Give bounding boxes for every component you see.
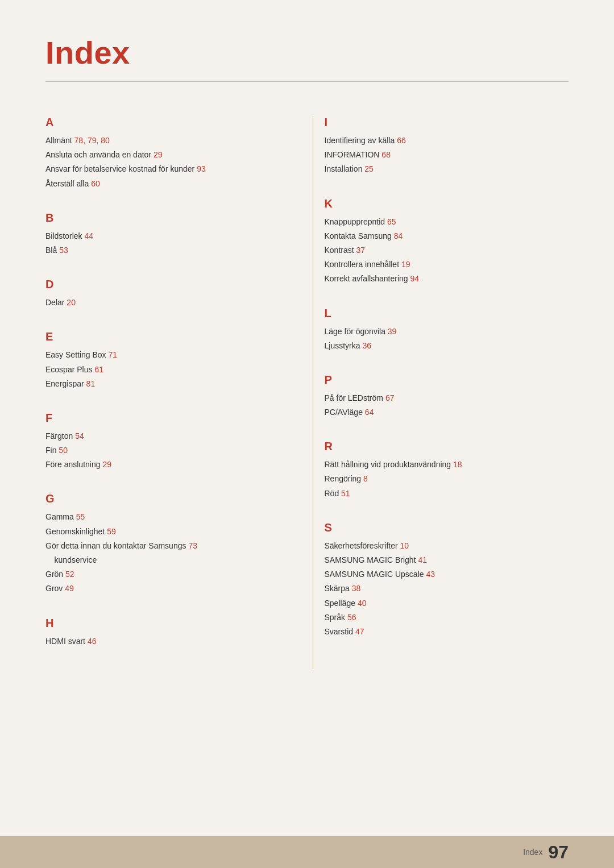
index-num: 37 <box>356 246 366 255</box>
section-letter: I <box>325 116 569 129</box>
index-entry: Svarstid 47 <box>325 625 569 639</box>
index-section: KKnappupprepntid 65Kontakta Samsung 84Ko… <box>325 197 569 286</box>
index-section: PPå för LEDström 67PC/AVläge 64 <box>325 373 569 420</box>
index-entry: Ansluta och använda en dator 29 <box>45 148 290 162</box>
index-entry: På för LEDström 67 <box>325 391 569 405</box>
index-entry: Färgton 54 <box>45 429 290 443</box>
index-num: 29 <box>102 460 111 469</box>
index-entry: Säkerhetsföreskrifter 10 <box>325 539 569 553</box>
index-num: 52 <box>65 570 74 579</box>
left-column: AAllmänt 78, 79, 80Ansluta och använda e… <box>45 116 313 669</box>
index-entry: Kontrast 37 <box>325 243 569 258</box>
index-num: 61 <box>94 365 103 374</box>
index-num: 66 <box>397 136 406 145</box>
index-entry: PC/AVläge 64 <box>325 405 569 420</box>
section-letter: G <box>45 492 290 505</box>
index-entry: Ecospar Plus 61 <box>45 363 290 377</box>
index-section: IIdentifiering av källa 66INFORMATION 68… <box>325 116 569 177</box>
index-section: AAllmänt 78, 79, 80Ansluta och använda e… <box>45 116 290 191</box>
index-entry: Återställ alla 60 <box>45 177 290 191</box>
index-num: 53 <box>59 246 68 255</box>
index-entry: Rätt hållning vid produktanvändning 18 <box>325 458 569 472</box>
index-num: 71 <box>109 350 118 359</box>
index-entry: Ansvar för betalservice kostnad för kund… <box>45 162 290 176</box>
index-num: 47 <box>355 627 364 636</box>
index-section: GGamma 55Genomskinlighet 59Gör detta inn… <box>45 492 290 596</box>
index-entry: Easy Setting Box 71 <box>45 348 290 362</box>
index-section: DDelar 20 <box>45 278 290 310</box>
index-num: 44 <box>84 231 93 240</box>
index-entry: Identifiering av källa 66 <box>325 134 569 148</box>
section-letter: D <box>45 278 290 291</box>
index-entry: SAMSUNG MAGIC Upscale 43 <box>325 567 569 582</box>
section-letter: H <box>45 617 290 630</box>
index-num: 65 <box>387 217 396 226</box>
index-entry: Före anslutning 29 <box>45 458 290 472</box>
index-num: 55 <box>76 512 85 521</box>
index-entry: Ljusstyrka 36 <box>325 339 569 353</box>
index-entry: Installation 25 <box>325 162 569 176</box>
footer-page-number: 97 <box>548 842 569 863</box>
index-entry: Kontrollera innehållet 19 <box>325 258 569 272</box>
index-entry: Knappupprepntid 65 <box>325 215 569 229</box>
index-num: 94 <box>410 274 419 283</box>
index-num: 38 <box>352 584 361 593</box>
section-letter: E <box>45 330 290 343</box>
index-entry: Delar 20 <box>45 296 290 310</box>
index-columns: AAllmänt 78, 79, 80Ansluta och använda e… <box>45 116 569 669</box>
section-letter: B <box>45 211 290 225</box>
index-num: 20 <box>67 298 76 307</box>
index-entry: Korrekt avfallshantering 94 <box>325 272 569 286</box>
page-footer: Index 97 <box>0 836 614 868</box>
right-column: IIdentifiering av källa 66INFORMATION 68… <box>313 116 569 669</box>
index-num: 40 <box>358 599 367 608</box>
page: Index AAllmänt 78, 79, 80Ansluta och anv… <box>0 0 614 868</box>
index-num: 8 <box>363 474 368 483</box>
page-title: Index <box>45 34 569 71</box>
index-entry: Blå 53 <box>45 243 290 258</box>
index-entry: Kontakta Samsung 84 <box>325 229 569 243</box>
title-divider <box>45 81 569 82</box>
section-letter: S <box>325 521 569 534</box>
index-entry: Rengöring 8 <box>325 472 569 486</box>
index-entry: Grön 52 <box>45 567 290 582</box>
index-entry: HDMI svart 46 <box>45 634 290 649</box>
index-entry: Allmänt 78, 79, 80 <box>45 134 290 148</box>
index-section: BBildstorlek 44Blå 53 <box>45 211 290 258</box>
index-section: SSäkerhetsföreskrifter 10SAMSUNG MAGIC B… <box>325 521 569 639</box>
section-letter: P <box>325 373 569 387</box>
index-num: 41 <box>418 555 427 564</box>
index-num: 59 <box>107 527 116 536</box>
index-num: 19 <box>401 260 410 269</box>
section-letter: K <box>325 197 569 210</box>
index-entry: Energispar 81 <box>45 377 290 391</box>
index-entry: Grov 49 <box>45 582 290 596</box>
index-entry: Bildstorlek 44 <box>45 229 290 243</box>
index-num: 49 <box>65 584 74 593</box>
index-num: 68 <box>381 150 391 159</box>
footer-label: Index <box>523 848 542 857</box>
index-entry: Gamma 55 <box>45 510 290 524</box>
index-entry: Skärpa 38 <box>325 582 569 596</box>
index-num: 36 <box>362 341 371 350</box>
index-num: 46 <box>88 637 97 646</box>
index-section: FFärgton 54Fin 50Före anslutning 29 <box>45 412 290 472</box>
index-num: 81 <box>86 379 96 388</box>
index-num: 67 <box>385 393 395 402</box>
index-num: 10 <box>400 541 409 550</box>
section-letter: F <box>45 412 290 425</box>
index-num: 60 <box>91 179 100 188</box>
index-num: 56 <box>347 613 356 622</box>
index-entry: Läge för ögonvila 39 <box>325 325 569 339</box>
index-num: 78, 79, 80 <box>74 136 110 145</box>
section-letter: L <box>325 307 569 320</box>
index-num: 93 <box>197 164 206 173</box>
index-num: 51 <box>341 489 350 498</box>
index-entry: Språk 56 <box>325 610 569 625</box>
section-letter: R <box>325 440 569 453</box>
index-entry: Röd 51 <box>325 487 569 501</box>
index-section: HHDMI svart 46 <box>45 617 290 649</box>
index-num: 84 <box>394 231 403 240</box>
index-entry: Fin 50 <box>45 443 290 458</box>
index-num: 29 <box>154 150 163 159</box>
